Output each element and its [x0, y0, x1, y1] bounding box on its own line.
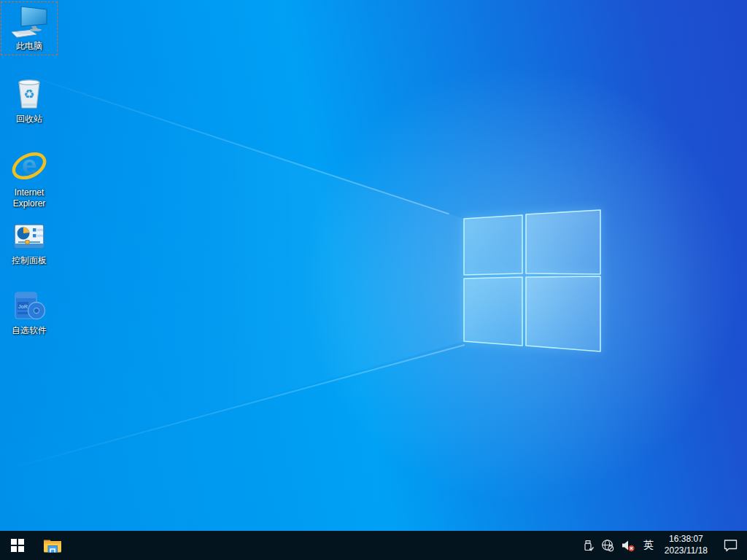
icon-label: 自选软件 — [12, 325, 47, 336]
notification-bubble-icon — [723, 539, 738, 552]
recycle-bin-icon: ♻ — [12, 77, 46, 112]
desktop-icon-recycle-bin[interactable]: ♻ 回收站 — [1, 73, 58, 128]
windows-logo-icon — [11, 539, 24, 552]
icon-label: Internet Explorer — [1, 187, 57, 209]
network-globe-offline-icon[interactable] — [601, 539, 614, 552]
icon-label: 此电脑 — [16, 41, 42, 52]
desktop-wallpaper — [0, 0, 747, 560]
wallpaper-light-cone — [0, 0, 747, 560]
windows-wallpaper-logo-icon — [460, 207, 603, 354]
start-button[interactable] — [0, 531, 35, 560]
file-explorer-button[interactable] — [35, 531, 70, 560]
software-box-icon: JoR — [11, 289, 47, 323]
ime-language-indicator[interactable]: 英 — [642, 539, 655, 552]
desktop-icon-control-panel[interactable]: 控制面板 — [1, 219, 58, 273]
file-explorer-icon — [43, 537, 62, 553]
clock-time: 16:38:07 — [669, 534, 703, 545]
taskbar: 英 16:38:07 2023/11/18 — [0, 531, 747, 560]
volume-muted-icon[interactable] — [621, 540, 635, 552]
desktop-icon-custom-software[interactable]: JoR 自选软件 — [1, 286, 58, 343]
control-panel-icon — [12, 222, 47, 253]
desktop-icon-internet-explorer[interactable]: e Internet Explorer — [1, 144, 58, 210]
desktop-icon-this-pc[interactable]: 此电脑 — [1, 1, 58, 55]
icon-label: 回收站 — [16, 114, 42, 125]
action-center-button[interactable] — [723, 539, 738, 552]
usb-device-icon[interactable] — [582, 540, 595, 552]
icon-label: 控制面板 — [12, 255, 47, 266]
windows-desktop: 此电脑 ♻ 回收站 e Internet Explorer — [0, 0, 747, 560]
system-tray: 英 16:38:07 2023/11/18 — [582, 531, 747, 560]
taskbar-clock[interactable]: 16:38:07 2023/11/18 — [662, 534, 711, 556]
ie-letter-glyph: e — [22, 149, 37, 180]
recycle-symbol-glyph: ♻ — [23, 88, 34, 101]
this-pc-icon — [10, 5, 48, 39]
internet-explorer-icon: e — [9, 148, 49, 185]
software-box-text: JoR — [18, 304, 28, 309]
clock-date: 2023/11/18 — [665, 545, 708, 557]
